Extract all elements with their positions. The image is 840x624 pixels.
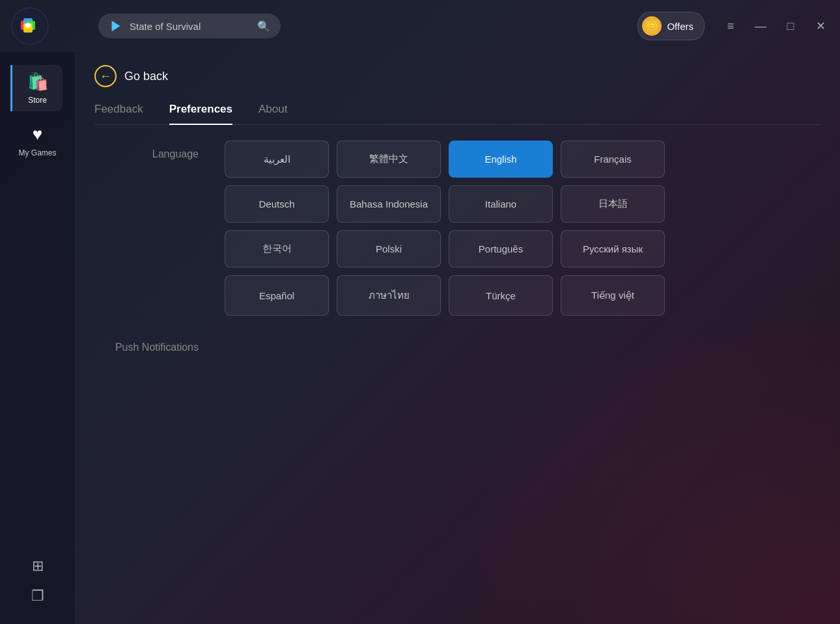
lang-btn-english[interactable]: English xyxy=(449,141,553,178)
logo-area xyxy=(10,7,85,46)
lang-btn-portuguese[interactable]: Português xyxy=(449,230,553,267)
lang-btn-japanese[interactable]: 日本語 xyxy=(561,185,665,223)
go-back-icon: ← xyxy=(94,65,117,87)
lang-btn-russian[interactable]: Русский язык xyxy=(561,230,665,267)
sidebar-item-my-games[interactable]: ♥ My Games xyxy=(12,118,64,164)
lang-btn-thai[interactable]: ภาษาไทย xyxy=(337,275,441,316)
top-right-controls: 🪙 Offers ≡ — □ ✕ xyxy=(637,12,830,40)
bluestacks-logo xyxy=(10,7,49,46)
svg-marker-6 xyxy=(112,21,120,32)
sidebar-my-games-label: My Games xyxy=(18,148,56,157)
search-value: State of Survival xyxy=(130,21,201,32)
lang-btn-turkish[interactable]: Türkçe xyxy=(449,275,553,316)
maximize-button[interactable]: □ xyxy=(781,17,800,35)
tab-feedback[interactable]: Feedback xyxy=(94,103,143,125)
minimize-button[interactable]: — xyxy=(751,17,770,35)
tabs-bar: Feedback Preferences About xyxy=(94,103,820,125)
layers-icon[interactable]: ⊞ xyxy=(32,558,44,575)
push-notifications-label: Push Notifications xyxy=(94,342,199,353)
lang-btn-arabic[interactable]: العربية xyxy=(225,141,329,178)
sidebar-bottom: ⊞ ❐ xyxy=(31,558,44,624)
offers-avatar: 🪙 xyxy=(642,16,662,36)
lang-btn-traditional-chinese[interactable]: 繁體中文 xyxy=(337,141,441,178)
push-notifications-section: Push Notifications xyxy=(94,342,820,353)
svg-point-5 xyxy=(25,23,31,28)
menu-button[interactable]: ≡ xyxy=(721,17,740,35)
language-grid: العربية繁體中文EnglishFrançaisDeutschBahasa … xyxy=(225,141,665,316)
play-store-icon xyxy=(109,19,123,33)
lang-btn-deutsch[interactable]: Deutsch xyxy=(225,185,329,223)
tab-preferences[interactable]: Preferences xyxy=(169,103,232,125)
main-content: ← Go back Feedback Preferences About Lan… xyxy=(75,52,840,624)
sidebar-item-store[interactable]: 🛍️ Store xyxy=(10,65,63,111)
language-section: Language العربية繁體中文EnglishFrançaisDeuts… xyxy=(94,141,820,316)
sidebar: 🛍️ Store ♥ My Games ⊞ ❐ xyxy=(0,52,75,624)
offers-label: Offers xyxy=(667,21,693,32)
lang-btn-korean[interactable]: 한국어 xyxy=(225,230,329,267)
lang-btn-bahasa[interactable]: Bahasa Indonesia xyxy=(337,185,441,223)
heart-icon: ♥ xyxy=(33,124,42,144)
lang-btn-polish[interactable]: Polski xyxy=(337,230,441,267)
sections-container: Language العربية繁體中文EnglishFrançaisDeuts… xyxy=(94,141,820,353)
lang-btn-vietnamese[interactable]: Tiếng việt xyxy=(561,275,665,316)
tab-about[interactable]: About xyxy=(259,103,287,125)
close-button[interactable]: ✕ xyxy=(811,17,830,35)
go-back-button[interactable]: ← Go back xyxy=(94,65,820,87)
lang-btn-french[interactable]: Français xyxy=(561,141,665,178)
lang-btn-italiano[interactable]: Italiano xyxy=(449,185,553,223)
copy-icon[interactable]: ❐ xyxy=(31,588,44,604)
go-back-label: Go back xyxy=(124,70,168,83)
search-icon: 🔍 xyxy=(257,20,270,33)
offers-button[interactable]: 🪙 Offers xyxy=(637,12,705,40)
store-icon: 🛍️ xyxy=(27,72,48,92)
lang-btn-spanish[interactable]: Español xyxy=(225,275,329,316)
search-bar[interactable]: State of Survival 🔍 xyxy=(98,14,281,38)
top-bar: State of Survival 🔍 🪙 Offers ≡ — □ ✕ xyxy=(0,0,840,52)
language-label: Language xyxy=(94,141,199,160)
sidebar-store-label: Store xyxy=(28,96,47,105)
window-controls: ≡ — □ ✕ xyxy=(721,17,830,35)
